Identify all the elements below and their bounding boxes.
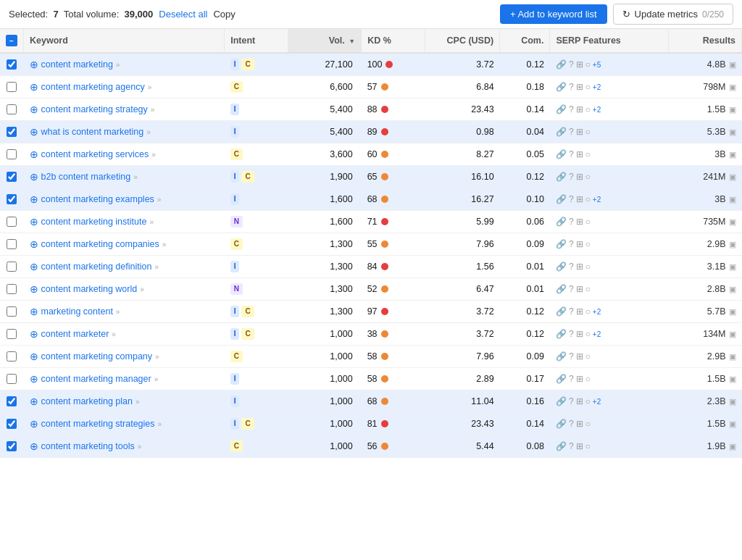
keyword-expand-icon[interactable]: »: [154, 375, 159, 383]
serp-extra[interactable]: +2: [593, 106, 601, 114]
header-checkbox-cell[interactable]: −: [0, 29, 24, 53]
row-keyword[interactable]: ⊕content marketing strategies»: [24, 413, 225, 435]
row-checkbox[interactable]: [7, 351, 17, 362]
row-checkbox[interactable]: [7, 284, 17, 294]
keyword-text[interactable]: content marketing: [41, 59, 113, 70]
row-keyword[interactable]: ⊕content marketing examples»: [24, 188, 225, 211]
row-checkbox-cell[interactable]: [0, 143, 24, 166]
keyword-text[interactable]: content marketing strategy: [41, 104, 148, 114]
row-keyword[interactable]: ⊕content marketing strategy»: [24, 99, 225, 121]
row-keyword[interactable]: ⊕content marketing agency»: [24, 76, 225, 99]
row-checkbox-cell[interactable]: [0, 413, 24, 435]
serp-extra[interactable]: +5: [593, 61, 601, 69]
row-checkbox-cell[interactable]: [0, 435, 24, 458]
row-checkbox[interactable]: [7, 306, 17, 317]
row-checkbox[interactable]: [7, 217, 17, 227]
keyword-expand-icon[interactable]: »: [162, 241, 167, 248]
keyword-text[interactable]: content marketing manager: [41, 374, 151, 384]
keyword-expand-icon[interactable]: »: [154, 263, 159, 271]
keyword-expand-icon[interactable]: »: [148, 83, 152, 91]
row-checkbox-cell[interactable]: [0, 323, 24, 346]
row-keyword[interactable]: ⊕b2b content marketing»: [24, 166, 225, 188]
row-keyword[interactable]: ⊕what is content marketing»: [24, 121, 225, 143]
serp-extra[interactable]: +2: [593, 330, 601, 338]
row-checkbox[interactable]: [7, 104, 17, 114]
keyword-expand-icon[interactable]: »: [133, 173, 138, 181]
keyword-text[interactable]: content marketing companies: [41, 239, 159, 249]
row-keyword[interactable]: ⊕marketing content»: [24, 301, 225, 323]
select-all-checkbox[interactable]: −: [6, 35, 17, 46]
serp-extra[interactable]: +2: [593, 196, 601, 204]
keyword-text[interactable]: content marketing world: [41, 284, 138, 294]
row-checkbox-cell[interactable]: [0, 368, 24, 390]
row-keyword[interactable]: ⊕content marketing manager»: [24, 368, 225, 390]
row-checkbox-cell[interactable]: [0, 121, 24, 143]
row-keyword[interactable]: ⊕content marketing world»: [24, 278, 225, 301]
row-checkbox[interactable]: [7, 396, 17, 406]
add-to-keyword-list-button[interactable]: + Add to keyword list: [500, 4, 607, 24]
keyword-text[interactable]: content marketing strategies: [41, 419, 155, 429]
row-keyword[interactable]: ⊕content marketing services»: [24, 143, 225, 166]
row-checkbox-cell[interactable]: [0, 76, 24, 99]
keyword-expand-icon[interactable]: »: [158, 420, 162, 428]
keyword-expand-icon[interactable]: »: [155, 353, 159, 361]
keyword-expand-icon[interactable]: »: [116, 61, 120, 69]
row-checkbox[interactable]: [7, 59, 17, 70]
row-checkbox-cell[interactable]: [0, 301, 24, 323]
row-checkbox-cell[interactable]: [0, 346, 24, 368]
row-checkbox[interactable]: [7, 374, 17, 384]
keyword-text[interactable]: b2b content marketing: [41, 172, 131, 182]
keyword-text[interactable]: marketing content: [41, 306, 113, 317]
row-checkbox[interactable]: [7, 82, 17, 92]
keyword-expand-icon[interactable]: »: [149, 218, 154, 226]
keyword-expand-icon[interactable]: »: [140, 285, 144, 293]
row-checkbox[interactable]: [7, 262, 17, 272]
row-checkbox-cell[interactable]: [0, 278, 24, 301]
keyword-expand-icon[interactable]: »: [138, 443, 142, 451]
row-keyword[interactable]: ⊕content marketing institute»: [24, 211, 225, 233]
row-keyword[interactable]: ⊕content marketing company»: [24, 346, 225, 368]
row-keyword[interactable]: ⊕content marketing companies»: [24, 233, 225, 256]
keyword-text[interactable]: content marketing institute: [41, 217, 147, 227]
row-checkbox-cell[interactable]: [0, 211, 24, 233]
keyword-expand-icon[interactable]: »: [151, 151, 156, 159]
keyword-text[interactable]: content marketer: [41, 329, 109, 339]
row-keyword[interactable]: ⊕content marketing»: [24, 53, 225, 76]
keyword-text[interactable]: content marketing examples: [41, 194, 154, 204]
deselect-all-link[interactable]: Deselect all: [159, 9, 207, 20]
copy-link[interactable]: Copy: [213, 9, 235, 20]
keyword-text[interactable]: content marketing agency: [41, 82, 145, 92]
row-checkbox-cell[interactable]: [0, 233, 24, 256]
row-keyword[interactable]: ⊕content marketer»: [24, 323, 225, 346]
header-volume[interactable]: Vol. ▼: [288, 29, 362, 53]
row-checkbox-cell[interactable]: [0, 188, 24, 211]
keyword-text[interactable]: what is content marketing: [41, 127, 144, 137]
keyword-expand-icon[interactable]: »: [136, 398, 140, 406]
keyword-expand-icon[interactable]: »: [157, 196, 162, 204]
row-keyword[interactable]: ⊕content marketing tools»: [24, 435, 225, 458]
row-checkbox[interactable]: [7, 149, 17, 159]
keyword-text[interactable]: content marketing tools: [41, 441, 135, 451]
keyword-expand-icon[interactable]: »: [112, 330, 116, 338]
row-checkbox-cell[interactable]: [0, 99, 24, 121]
serp-extra[interactable]: +2: [593, 83, 601, 91]
row-checkbox-cell[interactable]: [0, 166, 24, 188]
row-keyword[interactable]: ⊕content marketing plan»: [24, 390, 225, 413]
row-checkbox[interactable]: [7, 172, 17, 182]
keyword-expand-icon[interactable]: »: [146, 128, 151, 136]
row-keyword[interactable]: ⊕content marketing definition»: [24, 256, 225, 278]
keyword-expand-icon[interactable]: »: [116, 308, 120, 316]
row-checkbox[interactable]: [7, 441, 17, 451]
serp-extra[interactable]: +2: [593, 398, 601, 406]
row-checkbox-cell[interactable]: [0, 390, 24, 413]
row-checkbox[interactable]: [7, 239, 17, 249]
row-checkbox[interactable]: [7, 194, 17, 204]
row-checkbox[interactable]: [7, 329, 17, 339]
update-metrics-button[interactable]: ↻ Update metrics 0/250: [613, 4, 733, 25]
row-checkbox-cell[interactable]: [0, 53, 24, 76]
row-checkbox[interactable]: [7, 127, 17, 137]
keyword-text[interactable]: content marketing company: [41, 351, 153, 362]
row-checkbox-cell[interactable]: [0, 256, 24, 278]
keyword-text[interactable]: content marketing plan: [41, 396, 133, 406]
keyword-expand-icon[interactable]: »: [151, 106, 155, 114]
